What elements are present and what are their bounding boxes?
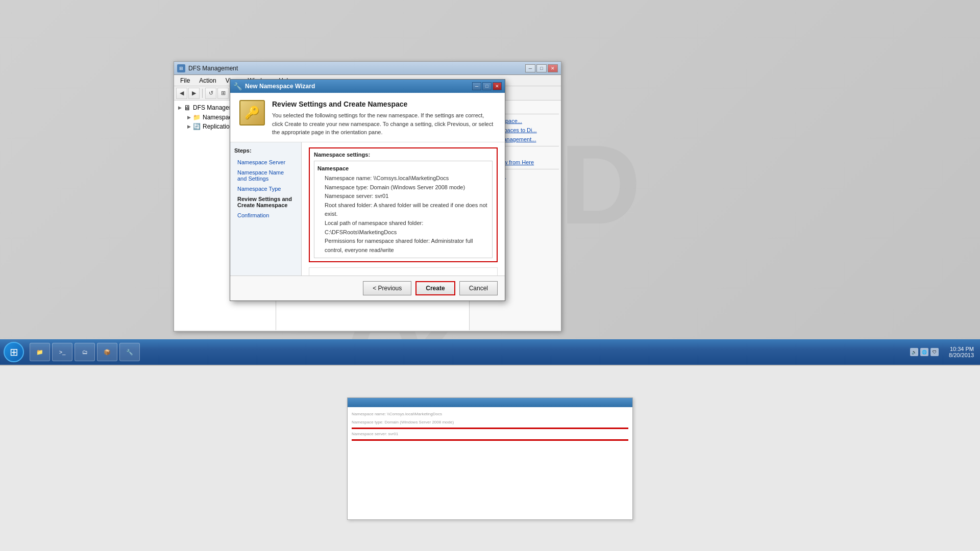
namespace-settings-box: Namespace settings: Namespace Namespace … — [309, 147, 498, 263]
wizard-step-2[interactable]: Namespace Type — [234, 184, 297, 193]
wizard-cancel-btn[interactable]: Cancel — [459, 281, 498, 295]
wizard-restore-btn[interactable]: □ — [482, 82, 492, 90]
ns-detail-3: Root shared folder: A shared folder will… — [317, 201, 489, 219]
wizard-title-icon: 🔧 — [233, 82, 242, 90]
wizard-step-1[interactable]: Namespace Name and Settings — [234, 168, 297, 183]
ns-namespace-label: Namespace — [317, 164, 489, 173]
ns-info-box: Namespace Namespace name: \\Comsys.local… — [314, 161, 493, 259]
wizard-step-4[interactable]: Confirmation — [234, 211, 297, 220]
wizard-footer: < Previous Create Cancel — [230, 276, 505, 300]
wizard-steps: Steps: Namespace Server Namespace Name a… — [230, 142, 302, 276]
wizard-create-btn[interactable]: Create — [415, 281, 455, 295]
ns-detail-0: Namespace name: \\Comsys.local\Marketing… — [317, 174, 489, 183]
ns-detail-4: Local path of namespace shared folder: C… — [317, 219, 489, 237]
wizard-header-icon: 🔑 — [239, 100, 265, 126]
ns-settings-title: Namespace settings: — [314, 152, 493, 158]
wizard-dialog: 🔧 New Namespace Wizard ─ □ ✕ 🔑 Review Se… — [230, 79, 505, 301]
wizard-page-description: You selected the following settings for … — [272, 111, 496, 137]
wizard-minimize-btn[interactable]: ─ — [472, 82, 481, 90]
wizard-content: 🔑 Review Settings and Create Namespace Y… — [230, 93, 505, 300]
wizard-step-3[interactable]: Review Settings and Create Namespace — [234, 194, 297, 210]
wizard-titlebar-btns: ─ □ ✕ — [472, 82, 502, 90]
ns-detail-1: Namespace type: Domain (Windows Server 2… — [317, 183, 489, 192]
wizard-body: Steps: Namespace Server Namespace Name a… — [230, 142, 505, 276]
wizard-titlebar: 🔧 New Namespace Wizard ─ □ ✕ — [230, 80, 505, 93]
wizard-header: 🔑 Review Settings and Create Namespace Y… — [230, 93, 505, 142]
wizard-step-0[interactable]: Namespace Server — [234, 158, 297, 167]
wizard-close-btn[interactable]: ✕ — [493, 82, 502, 90]
wizard-overlay: 🔧 New Namespace Wizard ─ □ ✕ 🔑 Review Se… — [0, 0, 980, 551]
ns-detail-2: Namespace server: svr01 — [317, 192, 489, 201]
empty-space — [309, 267, 498, 276]
wizard-header-text: Review Settings and Create Namespace You… — [272, 100, 496, 137]
wizard-page-title: Review Settings and Create Namespace — [272, 100, 496, 108]
wizard-previous-btn[interactable]: < Previous — [363, 281, 411, 295]
wizard-steps-title: Steps: — [234, 147, 297, 154]
wizard-title-text: New Namespace Wizard — [245, 83, 315, 90]
ns-detail-5: Permissions for namespace shared folder:… — [317, 237, 489, 255]
wizard-main: Namespace settings: Namespace Namespace … — [302, 142, 505, 276]
